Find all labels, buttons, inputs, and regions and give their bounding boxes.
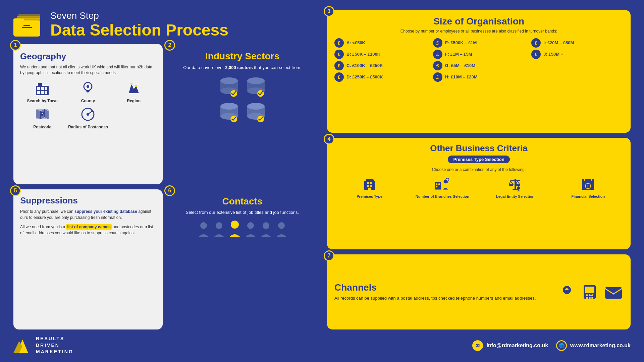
person-icon-1 bbox=[197, 221, 210, 238]
step7-desc: All records can be supplied with a posta… bbox=[334, 295, 551, 302]
svg-point-41 bbox=[586, 297, 588, 299]
email-icon bbox=[604, 283, 623, 301]
svg-rect-52 bbox=[45, 91, 47, 94]
svg-rect-46 bbox=[38, 83, 42, 87]
step3-desc: Choose by number or employees or all bus… bbox=[334, 28, 623, 34]
band-f-label: F: £1M – £5M bbox=[445, 52, 472, 57]
svg-text:£: £ bbox=[587, 184, 589, 188]
email-contact-icon: ✉ bbox=[472, 340, 483, 351]
band-i: £ I: £20M – £50M bbox=[531, 38, 623, 48]
svg-rect-8 bbox=[366, 179, 374, 182]
step1-badge: 1 bbox=[10, 40, 21, 51]
person-icon-5 bbox=[275, 221, 288, 238]
svg-rect-29 bbox=[582, 181, 594, 183]
svg-rect-9 bbox=[367, 182, 369, 184]
svg-rect-1 bbox=[13, 20, 40, 37]
svg-rect-4 bbox=[22, 27, 32, 28]
premises-badge: Premises Type Selection bbox=[448, 156, 509, 163]
region-icon bbox=[125, 80, 142, 97]
globe-icon: 🌐 bbox=[556, 340, 567, 351]
header-text: Seven Step Data Selection Process bbox=[50, 10, 228, 39]
criteria-branches-label: Number of Branches Selection bbox=[416, 194, 469, 199]
step5-para2: All we need from you is a list of compan… bbox=[20, 224, 156, 236]
band-h: £ H: £10M – £20M bbox=[433, 72, 525, 82]
band-a-label: A: <£50K bbox=[346, 40, 365, 45]
pound-icon: £ bbox=[334, 72, 344, 82]
pound-icon: £ bbox=[334, 61, 344, 70]
contact-info: ✉ info@rdmarketing.co.uk 🌐 www.rdmarketi… bbox=[472, 340, 631, 351]
person-icon-3 bbox=[244, 221, 257, 238]
pound-icon: £ bbox=[531, 38, 541, 48]
svg-point-73 bbox=[247, 77, 265, 84]
geo-region: Region bbox=[112, 80, 156, 103]
svg-rect-37 bbox=[585, 287, 594, 293]
svg-point-68 bbox=[220, 77, 238, 84]
legal-icon bbox=[507, 176, 523, 192]
footer: RESULTS DRIVEN MARKETING ✉ info@rdmarket… bbox=[13, 333, 631, 355]
person-icon-4 bbox=[260, 221, 272, 238]
step6-badge: 6 bbox=[164, 185, 175, 196]
step6-desc: Select from our extensive list of job ti… bbox=[186, 209, 299, 216]
svg-rect-33 bbox=[591, 178, 592, 181]
svg-rect-12 bbox=[370, 185, 372, 187]
step2-badge: 2 bbox=[164, 40, 175, 51]
person-icon-center bbox=[228, 220, 241, 238]
database-icons bbox=[217, 76, 268, 124]
svg-point-39 bbox=[589, 294, 591, 296]
geo-postcode: Postcode bbox=[20, 106, 64, 129]
svg-rect-32 bbox=[584, 178, 585, 181]
step1-desc: We understand that not all clients work … bbox=[20, 64, 156, 76]
svg-point-55 bbox=[130, 83, 132, 85]
step4-subdesc: Choose one or a combination of any of th… bbox=[334, 167, 623, 172]
svg-rect-50 bbox=[37, 91, 40, 94]
step4-badge: 4 bbox=[324, 134, 334, 144]
step7-content: Channels All records can be supplied wit… bbox=[334, 282, 551, 302]
svg-point-78 bbox=[220, 103, 238, 110]
svg-point-43 bbox=[591, 297, 593, 299]
svg-rect-47 bbox=[37, 87, 40, 90]
svg-rect-13 bbox=[368, 188, 371, 190]
branches-icon bbox=[434, 176, 450, 192]
band-i-label: I: £20M – £50M bbox=[543, 40, 574, 45]
step7-card: 7 Channels All records can be supplied w… bbox=[327, 254, 631, 329]
svg-point-26 bbox=[517, 186, 520, 190]
header-icon bbox=[13, 11, 44, 38]
step1-title: Geography bbox=[20, 51, 156, 62]
geo-county: County bbox=[66, 80, 110, 103]
band-g: £ G: £5M – £10M bbox=[433, 61, 525, 70]
database-icon-3 bbox=[217, 102, 241, 124]
band-a: £ A: <£50K bbox=[334, 38, 426, 48]
step4-card: 4 Other Business Criteria Premises Type … bbox=[327, 138, 631, 249]
email-address: info@rdmarketing.co.uk bbox=[486, 343, 548, 349]
svg-rect-25 bbox=[513, 189, 518, 190]
svg-rect-16 bbox=[438, 183, 440, 185]
svg-point-83 bbox=[247, 103, 265, 110]
postcode-icon bbox=[34, 106, 51, 123]
geo-region-label: Region bbox=[127, 99, 141, 103]
pound-icon: £ bbox=[433, 50, 442, 59]
svg-rect-44 bbox=[605, 287, 622, 299]
band-f: £ F: £1M – £5M bbox=[433, 50, 525, 59]
svg-point-19 bbox=[446, 178, 449, 181]
brand-line-3: MARKETING bbox=[36, 349, 73, 355]
geo-grid: Search by Town County bbox=[20, 80, 156, 129]
band-d-label: D: £250K – £500K bbox=[346, 74, 383, 79]
geo-county-label: County bbox=[81, 99, 95, 103]
svg-rect-48 bbox=[41, 87, 44, 90]
step5-badge: 5 bbox=[10, 185, 21, 196]
svg-point-86 bbox=[216, 222, 222, 229]
svg-point-61 bbox=[42, 113, 43, 114]
brand-line-1: RESULTS bbox=[36, 336, 73, 342]
geo-postcode-label: Postcode bbox=[33, 125, 51, 129]
svg-point-38 bbox=[586, 294, 588, 296]
financial-icon: £ bbox=[580, 176, 596, 192]
svg-rect-49 bbox=[45, 87, 47, 90]
band-h-label: H: £10M – £20M bbox=[445, 74, 478, 79]
svg-rect-24 bbox=[516, 185, 520, 186]
svg-rect-3 bbox=[23, 25, 30, 26]
band-j-label: J: £50M + bbox=[543, 52, 563, 57]
band-e: £ E: £500K – £1M bbox=[433, 38, 525, 48]
svg-point-40 bbox=[591, 294, 593, 296]
geo-search-by-town: Search by Town bbox=[20, 80, 64, 103]
band-g-label: G: £5M – £10M bbox=[445, 63, 475, 68]
